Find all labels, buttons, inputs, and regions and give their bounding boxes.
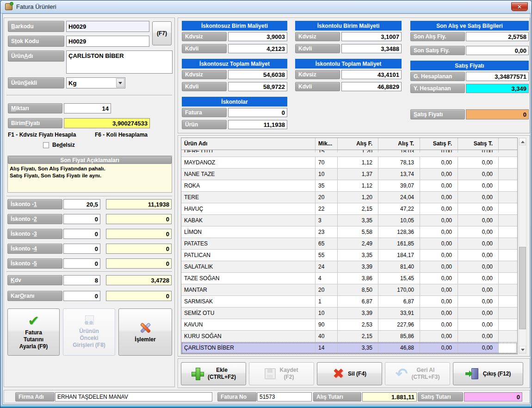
table-cell: 24 <box>315 261 338 272</box>
scrollbar-thumb[interactable] <box>519 247 526 329</box>
chevron-down-icon[interactable] <box>116 78 124 88</box>
table-cell-blank <box>499 331 517 342</box>
barkodu-input[interactable]: H0029 <box>66 21 149 32</box>
table-row[interactable]: KABAK33,3510,050,000,00 <box>181 215 517 226</box>
y-hesaplanan-value: 3,349 <box>466 84 529 93</box>
table-cell-blank <box>499 226 517 238</box>
column-header-miktar[interactable]: Mik... <box>315 138 338 150</box>
iskonto-3-rate-input[interactable]: 0 <box>63 229 100 239</box>
table-cell: 4 <box>315 273 338 284</box>
kdvli-value: 4,2123 <box>228 44 287 53</box>
scroll-up-icon[interactable] <box>519 138 526 145</box>
cikis-button[interactable]: Çıkış (F12) <box>453 362 523 385</box>
urun-adi-label: Ürün Adı <box>8 50 64 62</box>
column-header-satis-t[interactable]: Satış T. <box>458 138 499 150</box>
satis-fiyati-input[interactable]: 0 <box>466 109 529 119</box>
client-area: Barkodu H0029 (F7) Stok Kodu H0029 Ürün … <box>2 13 531 405</box>
table-cell: 0,00 <box>420 180 458 191</box>
product-table-body: DERE OTU151,2018,030,000,00MAYDANOZ701,1… <box>181 150 517 354</box>
table-row[interactable]: ÇARLİSTON BİBER143,3546,880,000,00 <box>181 342 517 354</box>
iskonto-1-rate-input[interactable]: 20,5 <box>63 199 100 209</box>
table-cell: HAVUÇ <box>181 203 315 214</box>
fatura-tutarini-ayarla-button[interactable]: Fatura Tutarını Ayarla (F9) <box>7 308 60 356</box>
stok-kodu-input[interactable]: H0029 <box>66 36 149 47</box>
close-button[interactable] <box>511 2 528 11</box>
alis-tutari-label: Alış Tutarı <box>313 392 361 402</box>
previous-entries-icon <box>83 315 95 326</box>
table-cell-blank <box>499 342 517 353</box>
table-cell: 170,00 <box>378 284 420 295</box>
table-row[interactable]: TERE201,2024,040,000,00 <box>181 192 517 203</box>
table-cell: MANTAR <box>181 284 315 295</box>
table-row[interactable]: TAZE SOĞAN43,8615,450,000,00 <box>181 273 517 284</box>
scroll-down-icon[interactable] <box>519 346 526 353</box>
table-cell: ROKA <box>181 180 315 191</box>
iskonto-4-rate-input[interactable]: 0 <box>63 244 100 254</box>
fatura-no-input[interactable]: 51573 <box>257 392 312 402</box>
kdv-label: Kdv <box>7 275 62 285</box>
vertical-scrollbar[interactable] <box>519 138 526 354</box>
save-icon <box>265 368 276 379</box>
product-table: Ürün Adı Mik... Alış F. Alış T. Satış F.… <box>181 138 518 354</box>
satis-tutari-value: 0 <box>464 392 522 402</box>
table-cell: 0,00 <box>420 169 458 180</box>
divider <box>6 271 172 272</box>
kdv-rate-input[interactable]: 8 <box>63 275 100 285</box>
table-cell: 0,00 <box>458 169 499 180</box>
table-row[interactable]: SEMİZ OTU103,3933,910,000,00 <box>181 308 517 319</box>
table-cell: 0,00 <box>420 273 458 284</box>
miktari-input[interactable]: 14 <box>64 103 111 113</box>
iskonto-5-rate-input[interactable]: 0 <box>63 258 100 269</box>
kdvsiz-value: 3,1007 <box>341 32 402 41</box>
table-cell: 6,87 <box>338 296 378 307</box>
table-cell: LİMON <box>181 226 315 238</box>
urun-sekli-select[interactable]: Kg <box>66 77 125 88</box>
table-row[interactable]: PATATES652,49161,850,000,00 <box>181 238 517 250</box>
column-header-urun-adi[interactable]: Ürün Adı <box>181 138 315 150</box>
column-header-satis-f[interactable]: Satış F. <box>420 138 458 150</box>
table-cell: 46,88 <box>378 342 420 353</box>
table-row[interactable]: MANTAR208,50170,000,000,00 <box>181 284 517 296</box>
table-cell: 33,91 <box>378 308 420 319</box>
table-row[interactable]: KAVUN902,53227,960,000,00 <box>181 319 517 331</box>
table-cell: 13,74 <box>378 169 420 180</box>
kdvli-label: Kdvli <box>182 82 227 91</box>
urun-adi-input[interactable]: ÇARLİSTON BİBER <box>66 50 173 74</box>
table-row[interactable]: SARMISAK16,876,870,000,00 <box>181 296 517 308</box>
table-cell: 70 <box>315 157 338 168</box>
table-row[interactable]: NANE TAZE101,3713,740,000,00 <box>181 169 517 180</box>
ekle-button[interactable]: Ekle (CTRL+F2) <box>181 362 246 385</box>
table-row[interactable]: DERE OTU151,2018,030,000,00 <box>181 150 517 157</box>
table-cell-blank <box>499 180 517 191</box>
iskonto-2-rate-input[interactable]: 0 <box>63 214 100 224</box>
bedelsiz-checkbox[interactable] <box>43 142 49 148</box>
sil-button[interactable]: Sil (F4) <box>317 362 382 385</box>
firma-adi-input[interactable]: ERHAN TAŞDELEN MANAV <box>55 392 212 402</box>
table-cell-blank <box>499 150 517 152</box>
table-cell: 1,20 <box>338 150 378 152</box>
table-cell: 0,00 <box>420 192 458 203</box>
table-row[interactable]: KURU SOĞAN402,1585,860,000,00 <box>181 331 517 342</box>
table-cell: 2,15 <box>338 331 378 342</box>
table-cell: 128,36 <box>378 226 420 238</box>
f7-button[interactable]: (F7) <box>152 21 172 45</box>
column-header-alis-t[interactable]: Alış T. <box>378 138 420 150</box>
table-row[interactable]: PATLICAN553,35184,170,000,00 <box>181 250 517 261</box>
iskonto-5-amount: 0 <box>106 258 172 269</box>
urun-sekli-label: Ürün Şekli <box>8 77 64 88</box>
table-cell: 8,50 <box>338 284 378 295</box>
column-header-alis-f[interactable]: Alış F. <box>338 138 378 150</box>
table-row[interactable]: SALATALIK243,3981,400,000,00 <box>181 261 517 273</box>
table-cell: 0,00 <box>458 261 499 272</box>
table-row[interactable]: ROKA351,1239,070,000,00 <box>181 180 517 192</box>
islemler-button[interactable]: İşlemler <box>118 308 172 356</box>
table-cell-blank <box>499 319 517 330</box>
table-cell: 0,00 <box>458 215 499 226</box>
birim-fiyati-input[interactable]: 3,900274533 <box>64 118 150 128</box>
kdv-amount: 3,4728 <box>106 275 172 285</box>
table-cell: DERE OTU <box>181 150 315 152</box>
kar-orani-rate-input[interactable]: 0 <box>63 291 100 301</box>
table-row[interactable]: LİMON235,58128,360,000,00 <box>181 226 517 238</box>
table-row[interactable]: MAYDANOZ701,1278,130,000,00 <box>181 157 517 169</box>
table-row[interactable]: HAVUÇ222,1547,220,000,00 <box>181 203 517 215</box>
